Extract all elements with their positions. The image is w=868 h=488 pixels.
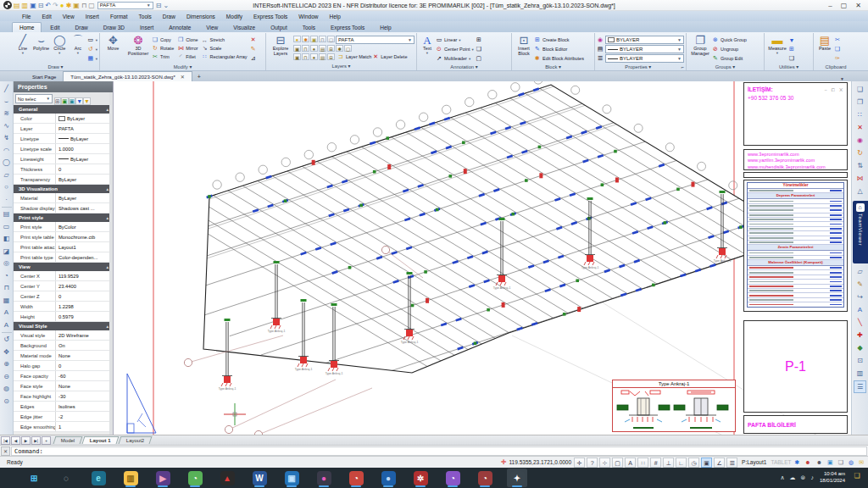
selection-icon[interactable]: ▢ — [612, 458, 623, 468]
sketch-icon[interactable]: ↯ — [1, 132, 13, 145]
menu-edit[interactable]: Edit — [42, 14, 51, 19]
line-icon[interactable]: ╱ — [1, 83, 13, 96]
revcloud-icon[interactable]: ◔ — [1, 270, 13, 283]
rotate-icon[interactable]: ↻ — [854, 147, 866, 160]
ungroup-button[interactable]: ⊘Ungroup — [712, 45, 747, 53]
line-button[interactable]: ╱Line▾ — [14, 34, 32, 55]
notification-center-icon[interactable]: ❏ — [851, 472, 863, 484]
region-icon[interactable]: ◧ — [1, 233, 13, 246]
point-icon[interactable]: · — [1, 194, 13, 207]
ortho-icon[interactable]: ⊥ — [663, 458, 674, 468]
quick-group-button[interactable]: ⊛Quick Group — [712, 36, 747, 44]
block-editor-button[interactable]: ✎Block Editor — [534, 45, 584, 53]
window-green-icon[interactable]: ▣ — [61, 97, 69, 105]
matchprop-button[interactable]: ✑ — [834, 54, 841, 63]
edit-block-attrs-button[interactable]: ✱Edit Block Attributes — [534, 54, 584, 63]
array-icon[interactable]: ∷ — [854, 109, 866, 122]
text-icon[interactable]: A — [1, 307, 13, 319]
layout-nav-button[interactable]: |◀ — [1, 436, 10, 445]
leader-icon[interactable]: ↪ — [854, 291, 866, 304]
paint-drop-icon[interactable]: ● — [314, 469, 334, 487]
quick-layer-combo[interactable]: PAFTA ▼ — [97, 2, 153, 9]
tab-close-icon[interactable]: ✕ — [181, 74, 185, 80]
taskbar-clock[interactable]: 10:04 am 18/01/2024 — [820, 471, 845, 485]
info-icon[interactable]: ◍ — [848, 458, 854, 468]
group-edit-button[interactable]: ✎Group Edit — [712, 54, 747, 63]
bulb-icon[interactable]: ● — [60, 2, 64, 9]
lineweight-combo[interactable]: BYLAYER▼ — [605, 54, 684, 63]
mirror-button[interactable]: ⋈Mirror — [177, 44, 198, 53]
layer-tool-icon[interactable]: ● — [310, 45, 318, 52]
media-player-icon[interactable]: ▶ — [153, 469, 173, 487]
layer-tool-icon[interactable]: ▢ — [344, 45, 352, 52]
layer-tool-icon[interactable]: ⊓ — [302, 53, 309, 60]
prop-value[interactable]: ByColor — [55, 222, 113, 231]
layer-tool-icon[interactable]: ● — [310, 53, 318, 60]
lock-icon[interactable]: ⊓ — [81, 2, 86, 9]
layers-group-label[interactable]: Layers ▾ — [266, 63, 416, 70]
layer-tool-icon[interactable]: ▤ — [319, 53, 326, 60]
clipboard-group-label[interactable]: Clipboard — [814, 64, 858, 71]
edge-icon[interactable]: e — [88, 469, 108, 487]
prop-value[interactable]: Isolines — [55, 402, 113, 411]
prop-value[interactable]: 1.2298 — [55, 302, 113, 311]
tab-active-drawing[interactable]: Tüm_statik_Zehra_gök-13.10.2023-SON.dwg*… — [63, 71, 192, 81]
zoom-window-icon[interactable]: ◍ — [1, 383, 13, 396]
circle-icon[interactable]: ◯ — [1, 157, 13, 169]
annotation-icon[interactable]: A — [625, 458, 636, 468]
ring-icon[interactable]: ◎ — [1, 258, 13, 270]
paste-button[interactable]: ▤Paste — [815, 34, 834, 52]
command-close-button[interactable]: ✕ — [1, 446, 10, 456]
section-visual-style[interactable]: Visual Style▴ — [14, 322, 113, 330]
arc-icon[interactable]: ◠ — [1, 145, 13, 158]
offset-icon[interactable]: ▱ — [854, 266, 866, 279]
network-icon[interactable]: ⊜ — [801, 474, 806, 481]
polar-icon[interactable]: ∟ — [676, 458, 687, 468]
linetype-list-button[interactable]: ▤ — [597, 45, 604, 53]
multileader-button[interactable]: ↗Multileader▾ — [436, 54, 474, 63]
mini-window-controls[interactable]: – ⧠ ✕ — [825, 87, 844, 94]
edit-pencil-button[interactable]: ✎ — [250, 45, 257, 53]
prop-value[interactable]: 23.4400 — [55, 281, 113, 291]
erase-button[interactable]: ✕ — [250, 36, 257, 44]
user-icon[interactable]: ☻ — [815, 458, 823, 468]
menu-help[interactable]: Help — [329, 14, 340, 19]
prop-value[interactable]: On — [55, 341, 113, 350]
polyline-icon[interactable]: ⌣ — [1, 96, 13, 108]
ribbon-tab-insert[interactable]: Insert — [133, 23, 160, 32]
section-general[interactable]: General▴ — [14, 105, 113, 114]
revcloud-button[interactable]: ↺▾ — [87, 45, 97, 53]
center-point-button[interactable]: ⊙Center Point▾ — [436, 45, 474, 53]
chrome-profile1-icon[interactable]: ◔ — [185, 469, 205, 487]
quick-calc-button[interactable]: ⊞ — [788, 45, 795, 53]
collaborate-icon[interactable]: ☻ — [804, 458, 811, 468]
lwt-icon[interactable]: ▣ — [701, 458, 712, 468]
prop-value[interactable]: Color-dependen... — [55, 252, 113, 262]
rectangular-array-button[interactable]: ∷Rectangular Array — [202, 53, 248, 61]
ribbon-tab-edit[interactable]: Edit — [43, 23, 66, 32]
properties-group-label[interactable]: Properties ▾ ⌐ — [595, 64, 686, 71]
menu-format[interactable]: Format — [110, 14, 128, 19]
polygon-icon[interactable]: ◪ — [1, 246, 13, 258]
prop-value[interactable]: PAFTA — [55, 124, 113, 133]
color-combo[interactable]: BYLAYER▼ — [605, 36, 684, 44]
menu-modify[interactable]: Modify — [226, 14, 242, 19]
selection-filter-combo[interactable]: No selec▼ — [15, 94, 53, 103]
ribbon-tab-visualize[interactable]: Visualize — [226, 23, 262, 32]
trim-button[interactable]: ✂Trim — [152, 53, 174, 61]
layer-tool-icon[interactable]: ⊟ — [327, 53, 335, 60]
shape-button[interactable]: ▢ — [476, 54, 482, 63]
menu-view[interactable]: View — [63, 14, 75, 19]
group-manager-button[interactable]: ❐Group Manager — [688, 34, 712, 57]
plot-layout-label[interactable]: P:Layout1 — [740, 459, 768, 465]
insert-icon[interactable]: ⊡ — [854, 355, 866, 368]
prop-value[interactable]: 1 — [55, 422, 113, 431]
layer-match-button[interactable]: ⊐Layer Match — [337, 53, 371, 61]
arc-button[interactable]: ⌒Arc▾ — [69, 34, 87, 55]
hatch-icon[interactable]: ▤ — [1, 208, 13, 221]
triangle-icon[interactable]: △ — [854, 186, 866, 198]
settings-gear-icon[interactable]: ✱ — [793, 458, 800, 468]
grid-dots-icon[interactable]: ∷ — [637, 458, 648, 468]
plot-icon[interactable]: ⊟ — [38, 2, 44, 9]
table-button[interactable]: ⊞ — [476, 36, 482, 44]
